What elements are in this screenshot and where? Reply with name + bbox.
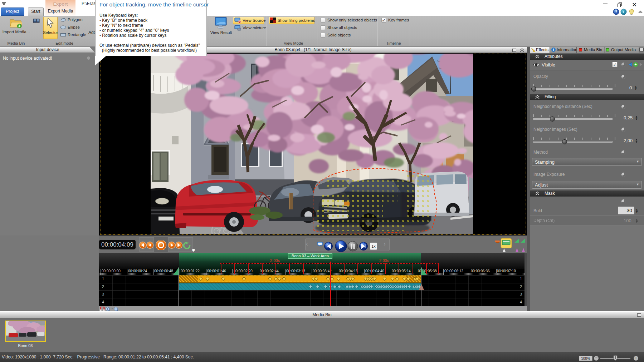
svg-text:": " xyxy=(112,307,113,311)
svg-text:1x: 1x xyxy=(371,244,376,248)
svg-text:i: i xyxy=(623,10,624,14)
svg-text:?: ? xyxy=(615,10,618,14)
